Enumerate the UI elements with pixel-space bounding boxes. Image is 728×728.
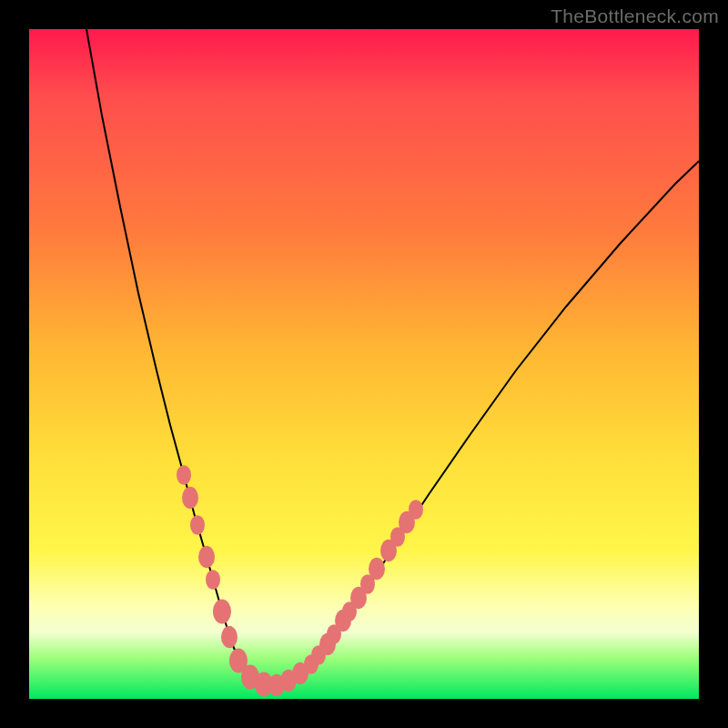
v-curve (86, 29, 699, 686)
marker-dot (369, 558, 385, 580)
marker-dot (198, 546, 215, 568)
marker-dot (206, 570, 220, 590)
chart-frame: TheBottleneck.com (0, 0, 728, 728)
marker-dot (221, 626, 238, 648)
marker-group (177, 465, 423, 696)
watermark-text: TheBottleneck.com (551, 5, 719, 27)
marker-dot (177, 465, 191, 485)
marker-dot (409, 500, 423, 520)
plot-area (29, 29, 699, 699)
chart-overlay-svg (29, 29, 699, 699)
marker-dot (190, 515, 205, 535)
marker-dot (213, 600, 231, 624)
marker-dot (182, 487, 198, 509)
